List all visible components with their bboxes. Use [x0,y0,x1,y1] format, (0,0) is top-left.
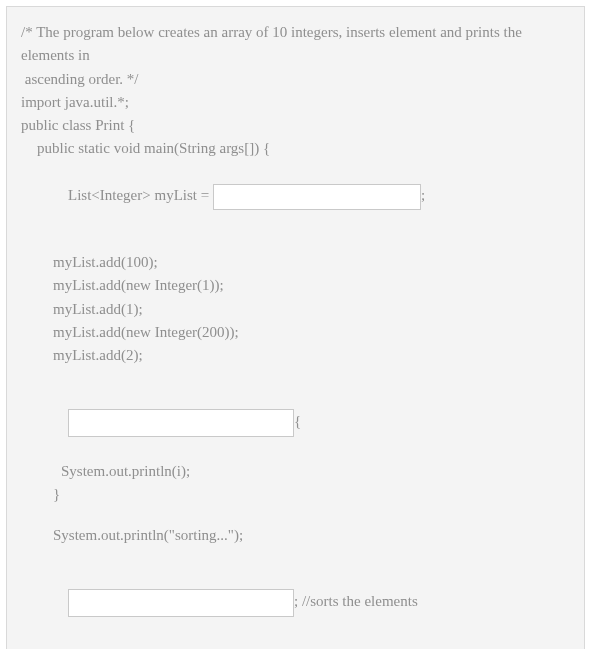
blank-input-1[interactable] [213,184,421,210]
comment-line-1: /* The program below creates an array of… [21,21,570,68]
add-line: myList.add(100); [21,251,570,274]
blank-gap [21,506,570,524]
list-decl-line: List<Integer> myList = ; [21,161,570,234]
for-loop-line: { [21,385,570,460]
code-block: /* The program below creates an array of… [6,6,585,649]
close-brace: } [21,483,570,506]
add-line: myList.add(new Integer(1)); [21,274,570,297]
blank-gap [21,233,570,251]
import-line: import java.util.*; [21,91,570,114]
blank-gap [21,548,570,566]
blank-input-2[interactable] [68,409,294,437]
println-sorting: System.out.println("sorting..."); [21,524,570,547]
list-decl-pre: List<Integer> myList = [68,187,213,203]
blank-gap [21,367,570,385]
add-line: myList.add(1); [21,298,570,321]
add-line: myList.add(2); [21,344,570,367]
for-loop-post: { [294,413,301,429]
blank-gap [21,640,570,649]
blank-input-3[interactable] [68,589,294,617]
class-decl: public class Print { [21,114,570,137]
println-i: System.out.println(i); [21,460,570,483]
add-line: myList.add(new Integer(200)); [21,321,570,344]
main-decl: public static void main(String args[]) { [21,137,570,160]
list-decl-post: ; [421,187,425,203]
comment-line-2: ascending order. */ [21,68,570,91]
sort-post: ; //sorts the elements [294,593,418,609]
sort-line: ; //sorts the elements [21,566,570,641]
